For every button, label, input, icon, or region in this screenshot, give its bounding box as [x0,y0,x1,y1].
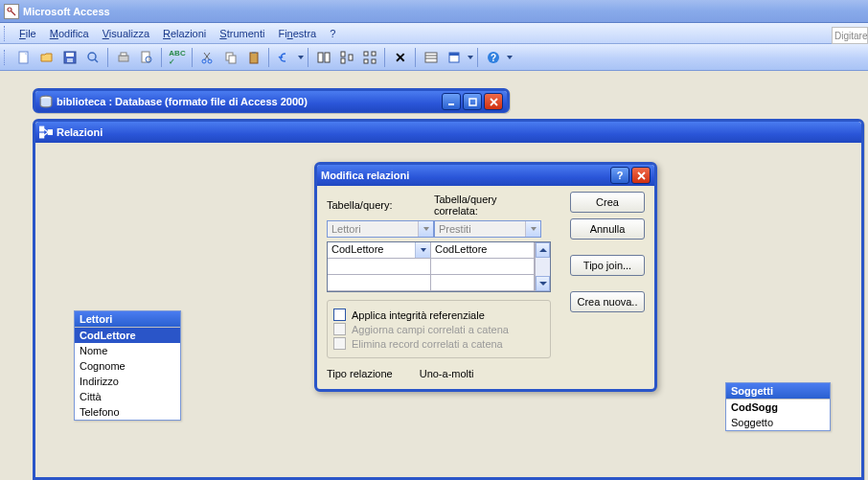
dialog-titlebar[interactable]: Modifica relazioni ? [317,165,654,186]
field-citta[interactable]: Città [75,389,180,404]
svg-rect-23 [341,58,345,63]
undo-dropdown[interactable] [297,47,304,68]
save-icon [63,51,77,64]
clear-layout-button[interactable]: ✕ [390,47,411,68]
menu-relazioni[interactable]: Relazioni [157,26,212,41]
biblioteca-minimize-button[interactable] [442,93,461,110]
svg-rect-20 [318,53,323,62]
checkbox-icon [333,323,346,335]
svg-line-7 [95,59,98,62]
dialog-body: Tabella/query: Tabella/query correlata: … [317,186,654,389]
tablebox-soggetti[interactable]: Soggetti CodSogg Soggetto [725,382,831,431]
chevron-down-icon[interactable] [415,242,430,258]
right-table-combo[interactable]: Prestiti [434,220,541,238]
dialog-close-button[interactable] [631,167,651,184]
empty-field-cell[interactable] [431,275,535,291]
createnew-button[interactable]: Crea nuova.. [570,291,645,312]
new-button[interactable] [13,47,34,68]
help-button[interactable]: ? [483,47,504,68]
jointype-button[interactable]: Tipo join... [570,255,645,276]
checkbox-delete-cascade: Elimina record correlati a catena [333,337,544,350]
right-table-value: Prestiti [439,223,471,235]
biblioteca-close-button[interactable] [484,93,503,110]
field-indirizzo[interactable]: Indirizzo [75,374,180,389]
undo-icon [278,51,291,64]
relazioni-titlebar[interactable]: Relazioni [35,122,861,143]
field-codsogg[interactable]: CodSogg [726,400,830,415]
menu-finestra[interactable]: Finestra [272,26,322,41]
checkbox-icon [333,337,346,350]
scroll-down-button[interactable] [536,276,550,291]
open-button[interactable] [36,47,57,68]
paste-button[interactable] [243,47,264,68]
biblioteca-maximize-button[interactable] [463,93,482,110]
field-telefono[interactable]: Telefono [75,404,180,420]
field-soggetto[interactable]: Soggetto [726,415,830,430]
menubar: FFileile Modifica Visualizza Relazioni S… [0,23,868,44]
spellcheck-button[interactable]: ABC✓ [167,47,188,68]
svg-point-6 [88,53,96,60]
search-icon [86,51,100,64]
left-table-combo[interactable]: Lettori [327,220,434,238]
checkbox-delete-label: Elimina record correlati a catena [352,338,503,350]
tablebox-soggetti-title: Soggetti [726,383,830,399]
svg-rect-38 [469,99,476,105]
menu-modifica[interactable]: Modifica [44,26,95,41]
left-field-cell[interactable]: CodLettore [328,242,431,259]
menu-visualizza[interactable]: Visualizza [97,26,155,41]
scroll-up-button[interactable] [536,242,550,258]
delete-icon: ✕ [395,50,406,65]
menubar-grip-icon [4,26,8,41]
cut-button[interactable] [197,47,218,68]
app-titlebar: Microsoft Access [0,0,868,23]
toolbar-separator [192,48,194,67]
svg-rect-27 [364,59,368,63]
tablebox-lettori[interactable]: Lettori CodLettore Nome Cognome Indirizz… [74,310,181,421]
dialog-buttons: Crea Annulla Tipo join... Crea nuova.. [570,192,645,312]
toolbar-separator [477,48,479,67]
search-button[interactable] [82,47,103,68]
empty-field-cell[interactable] [328,275,431,291]
save-button[interactable] [59,47,80,68]
svg-rect-24 [349,55,353,60]
empty-field-cell[interactable] [328,259,431,275]
svg-rect-29 [425,53,437,62]
field-cognome[interactable]: Cognome [75,358,180,374]
new-object-dropdown[interactable] [467,47,473,68]
dialog-help-button[interactable]: ? [610,167,629,184]
svg-rect-21 [325,53,330,62]
svg-rect-8 [119,56,128,61]
show-all-button[interactable] [359,47,380,68]
empty-field-cell[interactable] [431,259,535,275]
menu-file[interactable]: FFileile [13,26,42,41]
menu-strumenti[interactable]: Strumenti [214,26,270,41]
menu-help[interactable]: ? [324,26,341,41]
show-direct-button[interactable] [336,47,357,68]
create-button[interactable]: Crea [570,192,645,213]
field-nome[interactable]: Nome [75,343,180,358]
toolbar-grip-icon [4,50,8,65]
print-preview-button[interactable] [136,47,157,68]
ask-question-input[interactable]: Digitare [832,27,868,44]
reltype-value: Uno-a-molti [420,368,474,379]
checkbox-integrity[interactable]: Applica integrità referenziale [333,309,544,321]
svg-rect-26 [372,52,376,56]
workspace: biblioteca : Database (formato file di A… [0,71,868,480]
copy-button[interactable] [220,47,241,68]
show-table-button[interactable] [313,47,334,68]
checkbox-integrity-label: Applica integrità referenziale [352,309,485,321]
grid-scrollbar[interactable] [535,242,550,291]
print-button[interactable] [113,47,134,68]
field-codlettore[interactable]: CodLettore [75,328,180,343]
svg-rect-33 [449,53,459,56]
datasheet-button[interactable] [421,47,442,68]
right-field-cell[interactable]: CodLettore [431,242,535,259]
undo-button[interactable] [274,47,295,68]
new-object-button[interactable] [444,47,465,68]
help-dropdown[interactable] [506,47,513,68]
ask-question-placeholder: Digitare [834,31,867,41]
svg-rect-17 [229,56,236,63]
cut-icon [201,51,215,64]
biblioteca-titlebar[interactable]: biblioteca : Database (formato file di A… [35,91,507,112]
cancel-button[interactable]: Annulla [570,218,645,240]
